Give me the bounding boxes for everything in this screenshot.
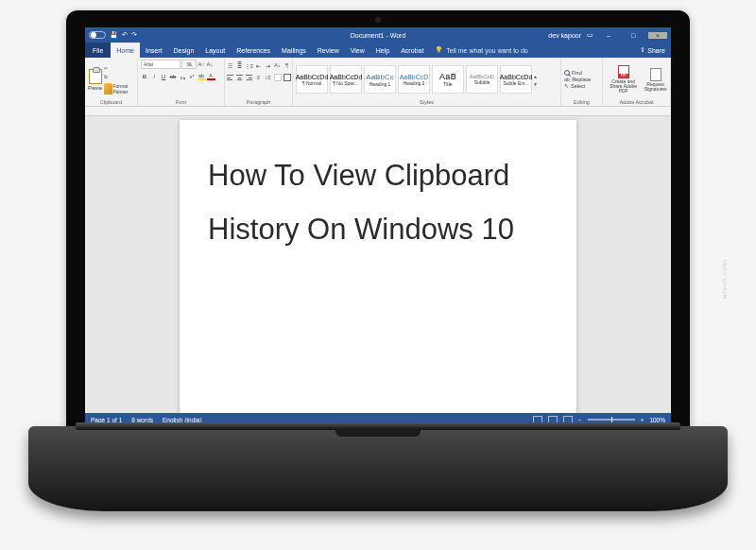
select-icon: ↖ (564, 83, 569, 89)
strike-button[interactable]: ab (169, 73, 177, 80)
increase-indent-button[interactable]: ⇥ (265, 61, 272, 69)
group-label-clipboard: Clipboard (88, 99, 134, 106)
font-name-select[interactable]: Arial (141, 60, 180, 69)
style-title[interactable]: AaBTitle (432, 65, 464, 94)
autosave-toggle[interactable] (89, 31, 106, 39)
grow-font-button[interactable]: A↑ (198, 60, 205, 68)
replace-button[interactable]: abReplace (564, 77, 591, 82)
align-center-button[interactable] (236, 74, 244, 81)
laptop-frame: 💾 ↶ ↷ Document1 - Word dev kapoor ▭ – □ … (28, 10, 728, 540)
minimize-button[interactable]: – (599, 32, 618, 39)
ruler[interactable] (85, 107, 671, 116)
bold-button[interactable]: B (141, 73, 148, 80)
italic-button[interactable]: I (150, 73, 158, 80)
multilevel-button[interactable]: ⋮≡ (246, 61, 253, 69)
format-painter-label: Format Painter (113, 83, 135, 95)
paste-button[interactable]: Paste (88, 69, 102, 91)
webcam (375, 17, 381, 23)
font-size-select[interactable]: 36 (181, 60, 197, 69)
ribbon-group-adobe: Create and Share Adobe PDF Request Signa… (603, 58, 671, 106)
tab-layout[interactable]: Layout (199, 43, 231, 58)
ribbon-group-styles: AaBbCcDd¶ Normal AaBbCcDd¶ No Spac... Aa… (293, 58, 561, 106)
request-signatures-label: Request Signatures (644, 82, 667, 92)
clipboard-icon (89, 69, 102, 84)
maximize-button[interactable]: □ (624, 32, 643, 39)
style-heading1[interactable]: AaBbCcHeading 1 (364, 65, 396, 94)
ribbon-options-icon[interactable]: ▭ (587, 31, 593, 39)
request-signatures-button[interactable]: Request Signatures (644, 68, 667, 92)
page[interactable]: How To View Clipboard History On Windows… (180, 120, 576, 413)
style-no-spacing[interactable]: AaBbCcDd¶ No Spac... (330, 65, 362, 94)
share-label: Share (647, 47, 665, 54)
tab-insert[interactable]: Insert (140, 43, 168, 58)
style-subtle-em[interactable]: AaBbCcDdSubtle Em... (500, 65, 532, 94)
save-icon[interactable]: 💾 (110, 31, 118, 39)
copy-button[interactable]: ⧉ (104, 74, 108, 80)
show-marks-button[interactable]: ¶ (284, 61, 291, 69)
brush-icon (104, 83, 112, 95)
create-pdf-label: Create and Share Adobe PDF (606, 79, 641, 94)
document-text[interactable]: How To View Clipboard History On Windows… (208, 148, 548, 257)
find-icon (564, 70, 570, 76)
create-pdf-button[interactable]: Create and Share Adobe PDF (606, 65, 641, 94)
align-left-button[interactable] (227, 74, 234, 81)
shading-button[interactable] (274, 74, 282, 81)
styles-more-button[interactable]: ▴▾ (534, 73, 543, 87)
tab-mailings[interactable]: Mailings (276, 43, 312, 58)
decrease-indent-button[interactable]: ⇤ (255, 61, 263, 69)
line-spacing-button[interactable]: ↕≡ (265, 74, 272, 81)
subscript-button[interactable]: x₂ (179, 73, 186, 80)
titlebar: 💾 ↶ ↷ Document1 - Word dev kapoor ▭ – □ … (85, 27, 671, 43)
format-painter-button[interactable]: Format Painter (104, 83, 134, 95)
find-button[interactable]: Find (564, 70, 591, 76)
paste-label: Paste (88, 85, 102, 91)
ribbon-group-font: Arial 36 A↑ A↓ B I U ab x₂ x² ab (138, 58, 225, 106)
sort-button[interactable]: A↓ (274, 61, 282, 69)
replace-icon: ab (564, 77, 570, 82)
watermark: wisoh.com (720, 259, 729, 299)
tab-view[interactable]: View (345, 43, 370, 58)
document-area: How To View Clipboard History On Windows… (85, 107, 671, 413)
tab-acrobat[interactable]: Acrobat (395, 43, 429, 58)
trackpad-notch (335, 429, 421, 437)
cut-button[interactable]: ✂ (104, 65, 108, 71)
ribbon-tabs: File Home Insert Design Layout Reference… (85, 43, 671, 58)
align-right-button[interactable] (246, 74, 253, 81)
close-button[interactable]: × (648, 32, 667, 39)
style-heading2[interactable]: AaBbCcDHeading 2 (398, 65, 430, 94)
style-subtitle[interactable]: AaBbCcDSubtitle (466, 65, 498, 94)
tab-design[interactable]: Design (167, 43, 199, 58)
select-button[interactable]: ↖Select (564, 83, 591, 89)
redo-icon[interactable]: ↷ (131, 31, 137, 39)
tab-review[interactable]: Review (312, 43, 345, 58)
tab-help[interactable]: Help (370, 43, 395, 58)
shrink-font-button[interactable]: A↓ (206, 60, 214, 68)
undo-icon[interactable]: ↶ (122, 31, 128, 39)
group-label-font: Font (141, 99, 221, 106)
share-icon: ⇪ (640, 46, 645, 54)
ribbon: Paste ✂ ⧉ Format Painter Clipboard (85, 58, 671, 107)
highlight-button[interactable]: ab (198, 73, 205, 80)
share-button[interactable]: ⇪Share (634, 43, 671, 58)
tell-me-search[interactable]: 💡Tell me what you want to do (429, 43, 634, 58)
lightbulb-icon: 💡 (435, 46, 443, 54)
tell-me-label: Tell me what you want to do (446, 47, 527, 54)
ribbon-group-paragraph: ☰ ≣ ⋮≡ ⇤ ⇥ A↓ ¶ ≡ (225, 58, 293, 106)
font-color-button[interactable]: A (207, 73, 215, 80)
zoom-slider[interactable] (588, 419, 635, 421)
laptop-base (28, 426, 728, 511)
superscript-button[interactable]: x² (188, 73, 196, 80)
group-label-editing: Editing (564, 99, 599, 106)
bullets-button[interactable]: ☰ (227, 61, 234, 69)
tab-home[interactable]: Home (111, 43, 140, 58)
justify-button[interactable]: ≡ (255, 74, 263, 81)
signature-icon (650, 68, 662, 81)
borders-button[interactable] (284, 74, 291, 81)
group-label-styles: Styles (296, 99, 558, 106)
user-name[interactable]: dev kapoor (548, 32, 581, 39)
tab-file[interactable]: File (85, 43, 111, 58)
underline-button[interactable]: U (160, 73, 167, 80)
style-normal[interactable]: AaBbCcDd¶ Normal (296, 65, 328, 94)
tab-references[interactable]: References (231, 43, 276, 58)
numbering-button[interactable]: ≣ (236, 61, 244, 69)
